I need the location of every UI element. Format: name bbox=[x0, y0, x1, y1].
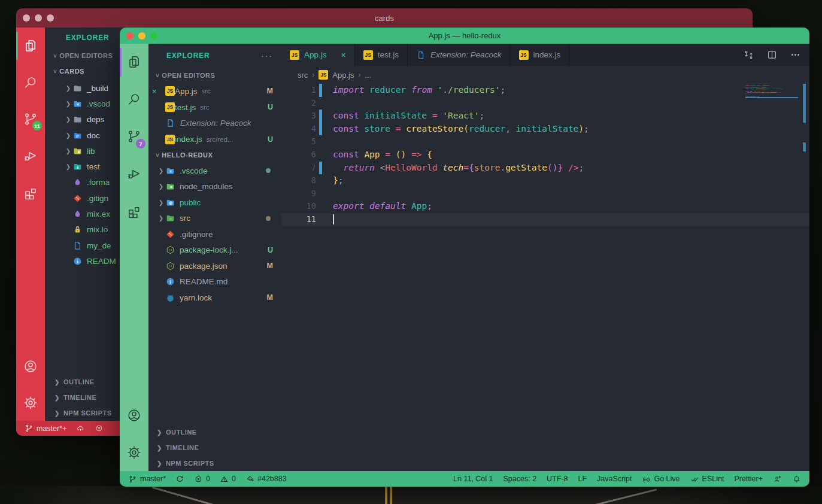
breadcrumb[interactable]: src›JSApp.js›... bbox=[281, 66, 809, 84]
activity-files-button[interactable] bbox=[16, 28, 45, 64]
fg-titlebar[interactable]: App.js — hello-redux bbox=[120, 28, 809, 44]
activity-search-button[interactable] bbox=[16, 64, 45, 101]
close-editor-icon[interactable]: × bbox=[152, 87, 165, 96]
activity-settings-button[interactable] bbox=[120, 434, 148, 471]
bell-icon bbox=[792, 475, 801, 484]
line-number: 3 bbox=[281, 110, 316, 123]
paint-icon bbox=[245, 475, 254, 484]
more-actions-icon[interactable] bbox=[790, 49, 801, 60]
tree-item-node_modules[interactable]: ❯node_modules bbox=[148, 179, 281, 195]
status-0[interactable]: 0 bbox=[220, 475, 236, 484]
tree-item--vscode[interactable]: ❯.vscode bbox=[148, 163, 281, 179]
status-master[interactable]: master* bbox=[128, 475, 166, 484]
status-cloud[interactable] bbox=[76, 424, 85, 433]
code-text: return <HelloWorld tech={store.getState(… bbox=[322, 162, 584, 175]
section-outline[interactable]: ❯OUTLINE bbox=[148, 424, 281, 440]
zoom-window-icon[interactable] bbox=[47, 14, 54, 22]
breadcrumb-item[interactable]: ... bbox=[365, 71, 371, 80]
tree-item-package-lock-j-[interactable]: jspackage-lock.j...U bbox=[148, 242, 281, 259]
activity-debug-button[interactable] bbox=[16, 137, 45, 174]
bg-titlebar[interactable]: cards bbox=[16, 8, 753, 28]
tree-item-yarn-lock[interactable]: yarn.lockM bbox=[148, 290, 281, 306]
open-editor-App-js[interactable]: ×JSApp.jssrcM bbox=[148, 83, 281, 99]
file-name: .vscode bbox=[180, 166, 208, 175]
activity-source-control-button[interactable]: 7 bbox=[120, 118, 148, 155]
chevron-right-icon: ❯ bbox=[157, 183, 165, 190]
activity-source-control-button[interactable]: 11 bbox=[16, 101, 45, 137]
activity-settings-button[interactable] bbox=[16, 384, 45, 421]
open-editor-test-js[interactable]: JStest.jssrcU bbox=[148, 99, 281, 116]
open-editor-Extension-Peacock[interactable]: Extension: Peacock bbox=[148, 116, 281, 132]
code-line-2[interactable]: 2 bbox=[281, 97, 809, 110]
activity-extensions-button[interactable] bbox=[120, 192, 148, 229]
close-tab-icon[interactable]: × bbox=[341, 50, 346, 60]
code-line-4[interactable]: 4const store = createStore(reducer, init… bbox=[281, 123, 809, 136]
code-text: const App = () => { bbox=[322, 148, 432, 162]
activity-search-button[interactable] bbox=[120, 81, 148, 118]
status-javascript[interactable]: JavaScript bbox=[597, 475, 632, 483]
code-line-7[interactable]: 7 return <HelloWorld tech={store.getStat… bbox=[281, 162, 809, 175]
tree-item-README-md[interactable]: iREADME.md bbox=[148, 274, 281, 290]
status-42b883[interactable]: #42b883 bbox=[245, 475, 287, 484]
minimap[interactable]: import reducer from './reducers'; const … bbox=[745, 84, 798, 156]
code-line-11[interactable]: 11 bbox=[281, 213, 809, 226]
tab-App-js[interactable]: JSApp.js× bbox=[281, 44, 355, 66]
code-line-6[interactable]: 6const App = () => { bbox=[281, 148, 809, 162]
chevron-right-icon: ❯ bbox=[54, 394, 60, 401]
fg-root-section[interactable]: ˅ HELLO-REDUX bbox=[148, 147, 281, 163]
file-icon bbox=[416, 50, 426, 60]
breadcrumb-item[interactable]: src bbox=[298, 71, 308, 80]
code-editor[interactable]: 1import reducer from './reducers';23cons… bbox=[281, 84, 809, 471]
code-line-1[interactable]: 1import reducer from './reducers'; bbox=[281, 84, 809, 97]
fg-traffic-lights[interactable] bbox=[126, 32, 157, 40]
explorer-more-actions-icon[interactable]: ··· bbox=[261, 51, 273, 60]
tree-item-src[interactable]: ❯‹›src bbox=[148, 211, 281, 227]
activity-files-button[interactable] bbox=[120, 44, 148, 81]
status-0[interactable]: 0 bbox=[194, 475, 210, 484]
vscode-window-hello-redux[interactable]: App.js — hello-redux 7 EXPLORER ··· ˅ OP… bbox=[120, 28, 809, 487]
fg-open-editors-section[interactable]: ˅ OPEN EDITORS bbox=[148, 68, 281, 83]
status-error[interactable] bbox=[95, 424, 104, 433]
tab-Extension-Peacock[interactable]: Extension: Peacock bbox=[408, 44, 511, 66]
fg-file-tree: ❯.vscode❯node_modules❯public❯‹›src.gitig… bbox=[148, 163, 281, 306]
tab-test-js[interactable]: JStest.js bbox=[355, 44, 408, 66]
tab-index-js[interactable]: JSindex.js bbox=[511, 44, 570, 66]
code-line-5[interactable]: 5 bbox=[281, 135, 809, 148]
close-window-icon[interactable] bbox=[23, 14, 30, 22]
file-name: .forma bbox=[87, 178, 110, 187]
section-timeline[interactable]: ❯TIMELINE bbox=[148, 440, 281, 456]
split-editor-icon[interactable] bbox=[766, 49, 778, 60]
tree-item--gitignore[interactable]: .gitignore bbox=[148, 226, 281, 242]
section-npm-scripts[interactable]: ❯NPM SCRIPTS bbox=[148, 456, 281, 471]
code-line-9[interactable]: 9 bbox=[281, 187, 809, 201]
code-line-8[interactable]: 8}; bbox=[281, 174, 809, 187]
activity-account-button[interactable] bbox=[120, 397, 148, 434]
minimize-window-icon[interactable] bbox=[35, 14, 42, 22]
code-line-10[interactable]: 10export default App; bbox=[281, 200, 809, 213]
status-ln-11-col-1[interactable]: Ln 11, Col 1 bbox=[453, 475, 493, 483]
tree-item-package-json[interactable]: jspackage.jsonM bbox=[148, 258, 281, 274]
close-window-icon[interactable] bbox=[126, 32, 134, 40]
zoom-window-icon[interactable] bbox=[150, 32, 157, 40]
status-prettier[interactable]: Prettier+ bbox=[734, 475, 763, 483]
status-sync[interactable] bbox=[175, 475, 184, 484]
status-spaces-2[interactable]: Spaces: 2 bbox=[503, 475, 537, 483]
status-person[interactable] bbox=[773, 475, 782, 484]
status-utf-8[interactable]: UTF-8 bbox=[547, 475, 568, 483]
search-icon bbox=[23, 75, 38, 90]
bg-traffic-lights[interactable] bbox=[23, 14, 54, 22]
status-go-live[interactable]: Go Live bbox=[642, 475, 680, 484]
status-eslint[interactable]: ESLint bbox=[690, 475, 724, 484]
status-master[interactable]: master*+ bbox=[25, 424, 66, 433]
activity-debug-button[interactable] bbox=[120, 155, 148, 192]
open-editor-index-js[interactable]: JSindex.jssrc/red...U bbox=[148, 131, 281, 147]
tree-item-public[interactable]: ❯public bbox=[148, 195, 281, 211]
code-line-3[interactable]: 3const initialState = 'React'; bbox=[281, 110, 809, 123]
compare-changes-icon[interactable] bbox=[743, 49, 754, 60]
status-bell[interactable] bbox=[792, 475, 801, 484]
activity-account-button[interactable] bbox=[16, 348, 45, 384]
minimize-window-icon[interactable] bbox=[138, 32, 145, 40]
status-lf[interactable]: LF bbox=[578, 475, 587, 483]
breadcrumb-item[interactable]: App.js bbox=[332, 71, 354, 80]
activity-extensions-button[interactable] bbox=[16, 174, 45, 210]
